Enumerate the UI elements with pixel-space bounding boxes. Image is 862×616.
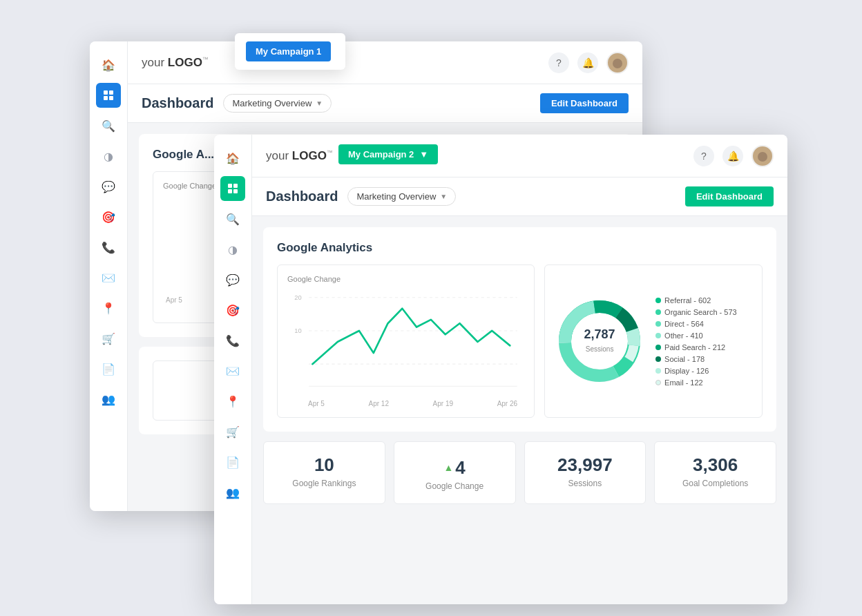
legend-organic: Organic Search - 573 [655,308,737,316]
sidebar-home-icon[interactable]: 🏠 [96,52,121,77]
svg-text:20: 20 [294,293,301,301]
front-ga-title: Google Analytics [277,241,763,255]
front-ga-card: Google Analytics Google Change 20 [263,227,776,432]
front-chart-label: Google Change [287,275,524,283]
back-header: your LOGO™ ? 🔔 [128,41,642,84]
front-campaign-chevron: ▼ [419,149,428,160]
front-stat-rankings: 10 Google Rankings [263,441,385,504]
front-file-icon[interactable]: 📄 [220,450,245,474]
sidebar-mail-icon[interactable]: ✉️ [96,265,121,290]
legend-email: Email - 122 [655,378,737,387]
svg-rect-1 [109,90,113,95]
front-dashboard-icon[interactable] [220,176,245,201]
back-campaign-button[interactable]: My Campaign 1 [246,41,331,61]
legend-other: Other - 410 [655,331,737,340]
legend-referral: Referral - 602 [655,296,737,305]
front-search-icon[interactable]: 🔍 [220,206,245,231]
sidebar-phone-icon[interactable]: 📞 [96,235,121,260]
front-sidebar: 🏠 🔍 ◑ 💬 🎯 📞 ✉️ 📍 🛒 📄 👥 [214,135,252,604]
front-edit-dashboard-button[interactable]: Edit Dashboard [685,186,774,206]
front-main-content: Google Analytics Google Change 20 [252,216,787,604]
legend-display: Display - 126 [655,367,737,375]
front-donut-card: 2,787 Sessions Referral - 602 Organic Se… [544,264,763,418]
back-chevron-icon: ▼ [316,99,323,107]
front-mail-icon[interactable]: ✉️ [220,358,245,383]
legend-social: Social - 178 [655,355,737,363]
sidebar-users-icon[interactable]: 👥 [96,387,121,412]
svg-text:10: 10 [294,327,301,334]
front-dashboard-title: Dashboard [266,189,338,204]
svg-rect-0 [104,90,108,95]
front-chevron-icon: ▼ [440,193,447,200]
front-target-icon[interactable]: 🎯 [220,298,245,323]
front-stat-goals: 3,306 Goal Completions [654,441,776,504]
front-line-chart-card: Google Change 20 10 [277,264,535,418]
front-campaign-button[interactable]: My Campaign 2 ▼ [338,144,438,164]
back-logo: your LOGO™ [142,56,209,70]
front-users-icon[interactable]: 👥 [220,480,245,505]
back-help-icon[interactable]: ? [548,52,569,73]
front-subheader: Dashboard Marketing Overview ▼ Edit Dash… [252,177,787,216]
front-phone-icon[interactable]: 📞 [220,328,245,353]
svg-rect-9 [228,184,232,188]
svg-rect-10 [233,184,238,188]
front-window: 🏠 🔍 ◑ 💬 🎯 📞 ✉️ 📍 🛒 📄 👥 your LOGO™ ? 🔔 [214,135,787,604]
sidebar-dashboard-icon[interactable] [96,83,121,108]
svg-rect-3 [109,96,113,100]
front-marketing-dropdown[interactable]: Marketing Overview ▼ [347,187,456,206]
change-up-arrow-icon: ▲ [443,462,453,473]
sidebar-target-icon[interactable]: 🎯 [96,204,121,229]
legend-paid: Paid Search - 212 [655,343,737,352]
legend-direct: Direct - 564 [655,320,737,328]
front-avatar[interactable] [751,145,774,167]
front-chat-icon[interactable]: 💬 [220,267,245,292]
front-donut-legend: Referral - 602 Organic Search - 573 Dire… [655,296,737,387]
front-location-icon[interactable]: 📍 [220,389,245,414]
sidebar-cart-icon[interactable]: 🛒 [96,326,121,351]
sidebar-file-icon[interactable]: 📄 [96,356,121,381]
svg-rect-11 [228,189,232,193]
back-edit-dashboard-button[interactable]: Edit Dashboard [540,93,629,113]
svg-rect-12 [233,189,238,193]
front-stat-change: ▲ 4 Google Change [394,441,516,504]
back-avatar[interactable] [606,52,629,74]
front-stat-sessions: 23,997 Sessions [524,441,646,504]
front-donut-chart: 2,787 Sessions [555,296,644,386]
svg-rect-2 [104,96,108,100]
front-bell-icon[interactable]: 🔔 [722,146,743,166]
sidebar-chat-icon[interactable]: 💬 [96,174,121,199]
sidebar-pie-icon[interactable]: ◑ [96,144,121,169]
back-bell-icon[interactable]: 🔔 [577,52,598,73]
back-dashboard-title: Dashboard [142,95,213,111]
front-campaign-wrapper: My Campaign 2 ▼ [338,144,438,164]
front-home-icon[interactable]: 🏠 [220,146,245,171]
back-marketing-dropdown[interactable]: Marketing Overview ▼ [223,94,332,113]
front-header: your LOGO™ ? 🔔 [252,135,787,177]
back-sidebar: 🏠 🔍 ◑ 💬 🎯 📞 ✉️ 📍 🛒 📄 👥 [90,41,128,511]
front-pie-icon[interactable]: ◑ [220,237,245,262]
sidebar-search-icon[interactable]: 🔍 [96,113,121,138]
front-help-icon[interactable]: ? [693,146,714,166]
front-stats-row: 10 Google Rankings ▲ 4 Google Change 23,… [263,441,776,504]
front-donut-center: 2,787 Sessions [584,328,615,354]
front-cart-icon[interactable]: 🛒 [220,419,245,444]
back-campaign-popup: My Campaign 1 [235,33,345,70]
sidebar-location-icon[interactable]: 📍 [96,296,121,320]
back-subheader: Dashboard Marketing Overview ▼ Edit Dash… [128,84,642,123]
front-logo: your LOGO™ [266,149,333,163]
